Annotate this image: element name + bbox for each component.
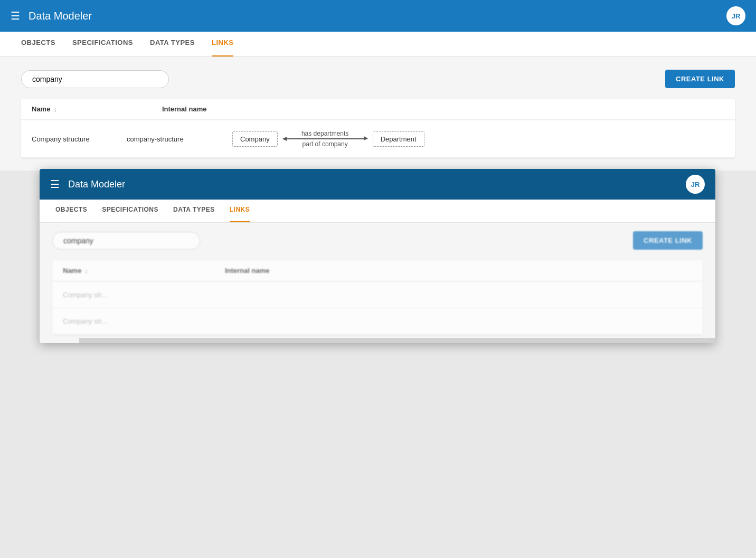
hamburger-icon[interactable]: ☰ [11,10,20,22]
overlay-tab-specifications[interactable]: SPECIFICATIONS [102,200,158,222]
table-row[interactable]: Company structure company-structure Comp… [21,120,735,158]
overlay-tab-objects[interactable]: OBJECTS [55,200,87,222]
table-header: Name ↓ Internal name [21,99,735,120]
overlay-create-link-button[interactable]: CREATE LINK [633,231,703,250]
overlay-tab-data-types[interactable]: DATA TYPES [173,200,215,222]
bg-content: CREATE LINK Name ↓ Internal name Company… [0,57,756,171]
backward-arrow-label: part of company [303,140,348,148]
search-bar-row: CREATE LINK [21,70,735,88]
overlay-app: ☰ Data Modeler JR OBJECTS SPECIFICATIONS… [40,169,715,343]
overlay-content: CREATE LINK Name ↓ Internal name Company… [40,223,715,343]
overlay-app-title: Data Modeler [68,179,125,190]
target-box: Department [373,131,424,147]
sort-icon: ↓ [53,106,56,112]
overlay-nav: OBJECTS SPECIFICATIONS DATA TYPES LINKS [40,200,715,223]
modal-backdrop: Edit link definition ✕ Name * EN ⊞ DE Un… [79,338,715,343]
bg-app-title: Data Modeler [29,10,92,22]
overlay-hamburger-icon[interactable]: ☰ [50,178,60,191]
background-app: ☰ Data Modeler JR OBJECTS SPECIFICATIONS… [0,0,756,171]
overlay-tab-links[interactable]: LINKS [230,200,250,222]
overlay-header: ☰ Data Modeler JR [40,169,715,200]
links-table: Name ↓ Internal name Company structure c… [21,99,735,158]
forward-arrow-label: has departments [301,130,348,137]
tab-data-types[interactable]: DATA TYPES [150,32,195,56]
row-name: Company structure [32,135,127,143]
tab-objects[interactable]: OBJECTS [21,32,55,56]
overlay-search-input[interactable] [52,232,200,250]
bg-header: ☰ Data Modeler JR [0,0,756,32]
arrow-container: has departments part of company [278,129,373,149]
source-box: Company [232,131,278,147]
create-link-button[interactable]: CREATE LINK [665,70,735,88]
search-input[interactable] [21,70,169,88]
bg-nav: OBJECTS SPECIFICATIONS DATA TYPES LINKS [0,32,756,57]
overlay-avatar: JR [686,175,705,194]
col-internal-name: Internal name [162,105,207,113]
tab-specifications[interactable]: SPECIFICATIONS [72,32,133,56]
col-name: Name ↓ [32,105,56,113]
tab-links[interactable]: LINKS [212,32,234,56]
link-diagram: Company has departments part of company … [232,129,724,149]
bg-avatar: JR [726,6,745,25]
row-internal-name: company-structure [127,135,232,143]
